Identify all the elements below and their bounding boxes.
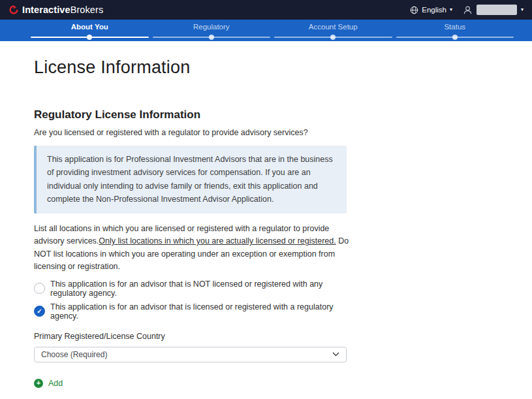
instructions-underlined: Only list locations in which you are act… <box>99 236 336 246</box>
step-about-you[interactable]: About You <box>29 20 151 41</box>
location-instructions: List all locations in which you are lice… <box>34 223 351 274</box>
chevron-down-icon <box>332 352 339 357</box>
brand-logo: InteractiveBrokers <box>8 5 103 15</box>
main-content: License Information Regulatory License I… <box>0 57 532 399</box>
step-label: Regulatory <box>151 23 273 32</box>
step-track <box>29 33 151 41</box>
step-dot <box>209 35 214 40</box>
radio-option-label[interactable]: This application is for an advisor that … <box>50 302 360 321</box>
check-icon: ✓ <box>37 308 42 315</box>
radio-option-label[interactable]: This application is for an advisor that … <box>50 279 360 298</box>
user-account-menu[interactable]: ▾ <box>463 5 524 15</box>
radio-checked-icon[interactable]: ✓ <box>34 306 45 317</box>
username-redacted-box <box>477 5 517 15</box>
step-dot <box>87 35 92 40</box>
language-selector[interactable]: English ▾ <box>410 6 452 14</box>
user-icon <box>463 5 473 15</box>
page-title: License Information <box>34 57 532 78</box>
section-title: Regulatory License Information <box>34 108 532 121</box>
professional-advisor-info-box: This application is for Professional Inv… <box>34 146 347 214</box>
interactive-brokers-logo-icon <box>8 5 19 15</box>
country-select[interactable]: Choose (Required) <box>34 347 347 362</box>
step-track <box>394 33 516 41</box>
step-dot <box>330 35 336 40</box>
step-label: About You <box>29 23 151 32</box>
regulatory-license-section: Regulatory License Information Are you l… <box>34 108 532 399</box>
step-label: Account Setup <box>272 23 394 32</box>
step-status[interactable]: Status <box>394 20 516 41</box>
step-track <box>272 33 394 41</box>
step-account-setup[interactable]: Account Setup <box>272 20 394 41</box>
brand-name: InteractiveBrokers <box>22 5 103 15</box>
license-question-text: Are you licensed or registered with a re… <box>34 128 532 137</box>
radio-option-licensed[interactable]: ✓ This application is for an advisor tha… <box>34 302 360 321</box>
step-dot <box>452 35 458 40</box>
top-navigation-bar: InteractiveBrokers English ▾ ▾ <box>0 0 532 20</box>
language-label: English <box>422 6 446 14</box>
plus-icon: + <box>34 379 43 388</box>
country-field-label: Primary Registered/License Country <box>34 332 532 341</box>
info-box-text: This application is for Professional Inv… <box>47 155 333 204</box>
progress-step-bar: About You Regulatory Account Setup Statu… <box>0 20 532 41</box>
step-track <box>151 33 273 41</box>
radio-option-not-licensed[interactable]: This application is for an advisor that … <box>34 279 360 298</box>
user-caret-icon[interactable]: ▾ <box>521 7 524 12</box>
brand-name-regular: Brokers <box>70 5 104 15</box>
country-select-value: Choose (Required) <box>41 350 107 359</box>
language-caret-icon: ▾ <box>450 7 452 12</box>
step-regulatory[interactable]: Regulatory <box>151 20 273 41</box>
add-country-button[interactable]: + Add <box>34 379 73 388</box>
radio-unchecked-icon[interactable] <box>34 283 45 294</box>
add-button-label: Add <box>48 379 63 388</box>
brand-name-bold: Interactive <box>22 5 70 15</box>
step-label: Status <box>394 23 516 32</box>
globe-icon <box>410 6 418 14</box>
